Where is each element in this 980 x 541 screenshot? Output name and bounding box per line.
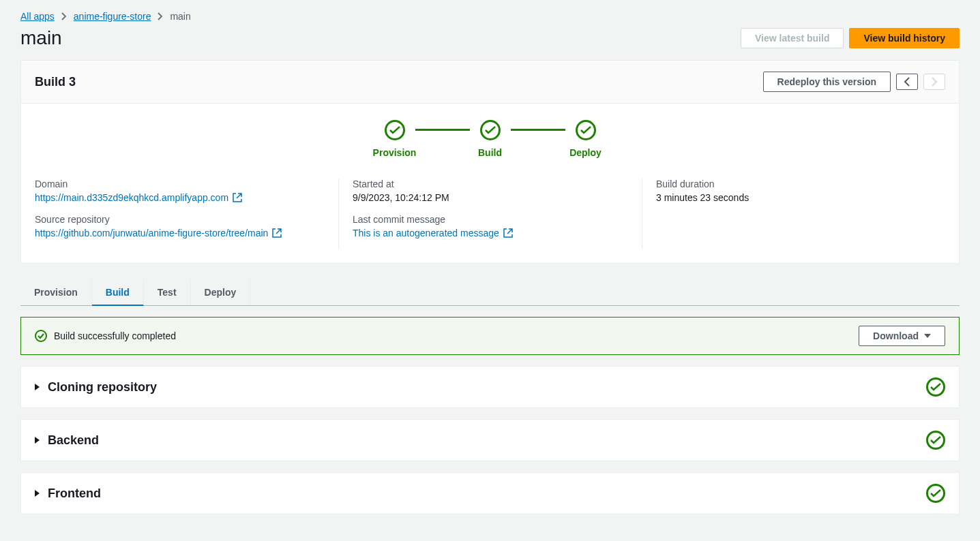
commit-msg-link[interactable]: This is an autogenerated message [353,228,513,238]
success-check-icon [576,120,596,140]
success-check-icon [480,120,501,140]
commit-msg-label: Last commit message [353,214,628,225]
breadcrumb-app[interactable]: anime-figure-store [74,11,151,22]
stage-label: Provision [373,147,417,158]
chevron-right-icon [931,77,938,87]
info-col-mid: Started at 9/9/2023, 10:24:12 PM Last co… [338,179,642,249]
success-check-icon [926,431,945,450]
external-link-icon [503,228,513,238]
stage-deploy[interactable]: Deploy [545,120,627,158]
caret-down-icon [924,334,931,338]
page-header: main View latest build View build histor… [20,27,960,49]
tab-provision[interactable]: Provision [20,280,92,305]
caret-right-icon [35,490,40,497]
step-title: Backend [48,433,99,448]
page-title: main [20,27,62,49]
build-tabs: Provision Build Test Deploy [20,280,960,306]
success-check-icon [926,377,945,397]
pipeline: Provision Build Deploy [21,104,959,165]
breadcrumb: All apps anime-figure-store main [20,11,960,22]
chevron-right-icon [61,12,67,20]
caret-right-icon [35,384,40,390]
next-build-button [923,74,945,90]
breadcrumb-current: main [170,11,190,22]
step-cloning-repository[interactable]: Cloning repository [20,366,960,408]
build-info: Domain https://main.d335zd9ekqhkcd.ampli… [21,165,959,263]
stage-provision[interactable]: Provision [354,120,436,158]
tab-deploy[interactable]: Deploy [191,280,251,305]
view-latest-build-button[interactable]: View latest build [741,28,844,48]
stage-build[interactable]: Build [449,120,531,158]
caret-right-icon [35,437,40,444]
build-card-header: Build 3 Redeploy this version [21,61,959,104]
pipeline-connector [415,129,470,131]
chevron-left-icon [904,77,910,87]
build-card-actions: Redeploy this version [763,72,945,92]
info-col-left: Domain https://main.d335zd9ekqhkcd.ampli… [35,179,338,249]
source-repo-link[interactable]: https://github.com/junwatu/anime-figure-… [35,228,282,238]
domain-link[interactable]: https://main.d335zd9ekqhkcd.amplifyapp.c… [35,192,242,203]
header-actions: View latest build View build history [741,28,960,48]
download-button[interactable]: Download [859,326,945,346]
step-backend[interactable]: Backend [20,419,960,461]
pipeline-connector [511,129,565,131]
tab-build[interactable]: Build [92,280,144,306]
stage-label: Deploy [569,147,602,158]
success-check-icon [926,484,945,503]
tab-test[interactable]: Test [144,280,191,305]
source-repo-label: Source repository [35,214,325,225]
duration-label: Build duration [656,179,932,189]
build-card-title: Build 3 [35,75,76,89]
success-check-icon [385,120,405,140]
step-frontend[interactable]: Frontend [20,472,960,514]
step-title: Frontend [48,486,101,501]
svg-point-0 [35,330,46,341]
external-link-icon [233,193,242,202]
breadcrumb-all-apps[interactable]: All apps [20,11,55,22]
build-card: Build 3 Redeploy this version Provision [20,60,960,264]
stage-label: Build [478,147,502,158]
redeploy-button[interactable]: Redeploy this version [763,72,891,92]
banner-message: Build successfully completed [54,330,176,341]
view-build-history-button[interactable]: View build history [849,28,960,48]
build-success-banner: Build successfully completed Download [20,317,960,355]
info-col-right: Build duration 3 minutes 23 seconds [642,179,945,249]
success-check-icon [35,330,47,342]
duration-value: 3 minutes 23 seconds [656,192,932,203]
step-title: Cloning repository [48,380,157,395]
domain-label: Domain [35,179,325,189]
started-at-value: 9/9/2023, 10:24:12 PM [353,192,628,203]
chevron-right-icon [158,12,163,20]
external-link-icon [272,228,282,238]
started-at-label: Started at [353,179,628,189]
prev-build-button[interactable] [896,74,918,90]
